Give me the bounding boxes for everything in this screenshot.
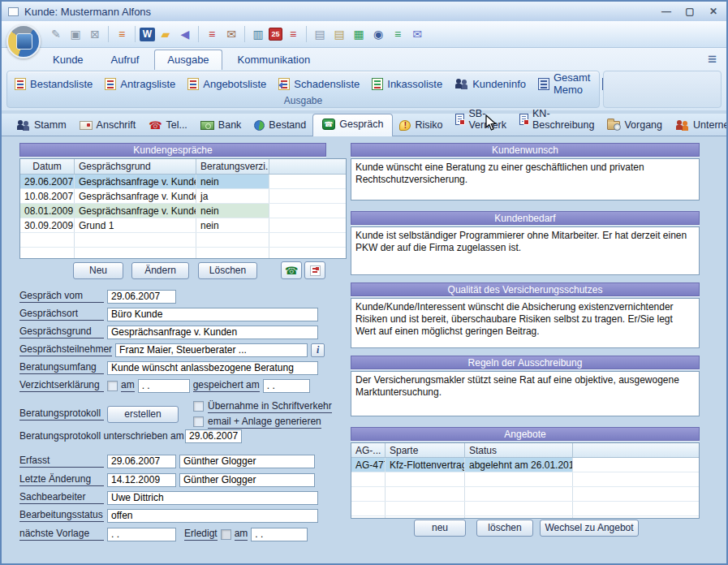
regeln-text[interactable]: Der Versicherungsmakler stützt seine Rat…: [351, 371, 700, 416]
angebot-neu-button[interactable]: neu: [414, 520, 466, 537]
gespraech-row[interactable]: 30.09.2009 Grund 1 nein: [20, 218, 346, 233]
kundenwunsch-text[interactable]: Kunde wünscht eine Beratung zu einer ges…: [351, 158, 700, 201]
qualitaet-text[interactable]: Kunde/Kunde/Interessent wünscht die Absi…: [351, 298, 700, 348]
kundenbedarf-text[interactable]: Kunde ist selbständiger Programmierer oh…: [351, 226, 700, 275]
verzichtserklaerung-checkbox[interactable]: [107, 381, 118, 391]
antragsliste-button[interactable]: Antragsliste: [102, 76, 178, 92]
col-datum[interactable]: Datum: [20, 159, 75, 174]
page-tab-unternehmen[interactable]: Unternehmen: [669, 115, 728, 136]
empty-row: [351, 502, 699, 516]
bearbeitungsstatus-field[interactable]: offen: [107, 509, 318, 523]
schedule-list-icon[interactable]: ≡: [284, 26, 302, 42]
gespraechsteilnehmer-field[interactable]: Franz Maier, Steuerberater ...: [115, 343, 308, 357]
gespeichert-am-field[interactable]: . .: [263, 379, 310, 393]
page-tab-tel[interactable]: ☎Tel...: [142, 115, 194, 136]
verzichtserklaerung-label: Verzichtserklärung: [19, 379, 104, 392]
antragsliste-label: Antragsliste: [120, 78, 175, 90]
verzicht-am-field[interactable]: . .: [138, 379, 190, 393]
table-icon[interactable]: ▦: [350, 26, 368, 42]
tab-label: Bank: [218, 119, 242, 131]
col-grund[interactable]: Gesprächsgrund: [75, 159, 196, 174]
gespraech-row[interactable]: 08.01.2009 Gesprächsanfrage v. Kunden ne…: [20, 204, 346, 218]
document-icon[interactable]: ▤: [330, 26, 348, 42]
loeschen-button[interactable]: Löschen: [198, 262, 257, 279]
page-tab-vorgang[interactable]: Vorgang: [601, 115, 669, 136]
save-icon[interactable]: ▣: [67, 26, 84, 42]
phone-list-button[interactable]: ☎: [281, 261, 302, 279]
angebotsliste-label: Angebotsliste: [203, 78, 266, 90]
maximize-icon[interactable]: ▢: [683, 6, 696, 17]
gespraech-vom-field[interactable]: 29.06.2007: [107, 290, 176, 304]
email-anlage-checkbox[interactable]: [193, 416, 204, 427]
neu-button[interactable]: Neu: [73, 262, 123, 279]
erledigt-am-field[interactable]: . .: [251, 528, 308, 541]
col-verzicht[interactable]: Beratungsverzi...: [196, 159, 269, 174]
tab-label: Stamm: [34, 119, 67, 131]
page-tab-bank[interactable]: Bank: [194, 115, 248, 136]
erfasst-name-field[interactable]: Günther Glogger: [179, 455, 315, 468]
gespraechsort-field[interactable]: Büro Kunde: [107, 308, 318, 321]
kundeninfo-button[interactable]: Kundeninfo: [452, 76, 528, 92]
erledigt-checkbox[interactable]: [221, 529, 231, 540]
page-tab-gespraech[interactable]: ☎Gespräch: [312, 114, 393, 136]
col-sparte[interactable]: Sparte: [386, 443, 465, 457]
edit-icon[interactable]: ✎: [47, 26, 65, 42]
word-export-icon[interactable]: W: [140, 28, 155, 41]
vorlage-date-field[interactable]: . .: [107, 528, 176, 541]
green-list-icon[interactable]: ≡: [389, 26, 407, 42]
col-ag[interactable]: AG-...: [351, 443, 386, 457]
page-tab-sb-vermerk[interactable]: SB-Vermerk: [449, 104, 513, 136]
gespraechsgrund-field[interactable]: Gesprächsanfrage v. Kunden: [107, 326, 318, 339]
beratungsumfang-field[interactable]: Kunde wünscht anlassbezogene Beratung: [107, 361, 318, 375]
ribbon-group-ausgabe: Bestandsliste Antragsliste Angebotsliste…: [6, 71, 600, 108]
page-tab-stamm[interactable]: Stamm: [10, 115, 73, 136]
inkassoliste-button[interactable]: Inkassoliste: [369, 76, 445, 92]
back-icon[interactable]: ◀: [176, 26, 194, 42]
erstellen-button[interactable]: erstellen: [107, 406, 179, 423]
wechsel-zu-angebot-button[interactable]: Wechsel zu Angebot: [540, 520, 639, 537]
memo-icon[interactable]: ▤: [311, 26, 329, 42]
calendar-icon[interactable]: 25: [269, 28, 282, 41]
menu-icon[interactable]: ≡: [708, 51, 717, 67]
red-list-button[interactable]: [304, 261, 325, 279]
angebot-loeschen-button[interactable]: löschen: [476, 520, 533, 537]
mail-icon[interactable]: ✉: [222, 26, 240, 42]
angebotsliste-button[interactable]: Angebotsliste: [185, 76, 269, 92]
info-button[interactable]: i: [311, 343, 325, 357]
toolbar-separator: [306, 26, 307, 42]
aendern-button[interactable]: Ändern: [131, 262, 189, 279]
contact-list-icon[interactable]: ≡: [113, 26, 131, 42]
aenderung-name-field[interactable]: Günther Glogger: [179, 473, 315, 487]
users-icon[interactable]: ◉: [369, 26, 387, 42]
letzte-aenderung-label: Letzte Änderung: [19, 473, 104, 486]
statistics-icon[interactable]: ▥: [249, 26, 267, 42]
unterschrieben-field[interactable]: 29.06.2007: [185, 429, 242, 443]
gespraech-row[interactable]: 29.06.2007 Gesprächsanfrage v. Kunden ne…: [20, 175, 346, 189]
discard-icon[interactable]: ⊠: [86, 26, 104, 42]
app-logo[interactable]: [6, 24, 41, 58]
gesamt-memo-button[interactable]: Gesamt Memo: [536, 70, 593, 97]
bestandsliste-button[interactable]: Bestandsliste: [12, 76, 95, 92]
close-icon[interactable]: ✕: [707, 6, 720, 17]
erfasst-date-field[interactable]: 29.06.2007: [107, 455, 176, 468]
page-tab-risiko[interactable]: !Risiko: [393, 115, 449, 136]
open-folder-icon[interactable]: ▰: [157, 26, 174, 42]
aenderung-date-field[interactable]: 14.12.2009: [107, 473, 176, 487]
tab-ausgabe[interactable]: Ausgabe: [154, 50, 222, 70]
schadensliste-button[interactable]: Schadensliste: [276, 76, 362, 92]
page-tab-bestand[interactable]: Bestand: [248, 115, 312, 136]
page-tab-kn-beschreibung[interactable]: KN-Beschreibung: [513, 104, 601, 136]
page-tab-anschrift[interactable]: Anschrift: [73, 115, 143, 136]
minimize-icon[interactable]: —: [660, 6, 673, 17]
sachbearbeiter-label: Sachbearbeiter: [19, 491, 104, 504]
tab-aufruf[interactable]: Aufruf: [99, 50, 152, 70]
gespraech-row[interactable]: 10.08.2007 Gesprächsanfrage v. Kunden ja: [20, 189, 346, 204]
col-status[interactable]: Status: [465, 443, 573, 457]
angebot-row[interactable]: AG-477 Kfz-Flottenvertrag abgelehnt am 2…: [351, 458, 699, 472]
tab-kunde[interactable]: Kunde: [41, 50, 96, 70]
send-mail-icon[interactable]: ✉: [408, 26, 426, 42]
sachbearbeiter-field[interactable]: Uwe Dittrich: [107, 491, 318, 505]
task-list-icon[interactable]: ≡: [203, 26, 221, 42]
uebernahme-checkbox[interactable]: [193, 401, 204, 412]
tab-kommunikation[interactable]: Kommunikation: [226, 50, 323, 70]
